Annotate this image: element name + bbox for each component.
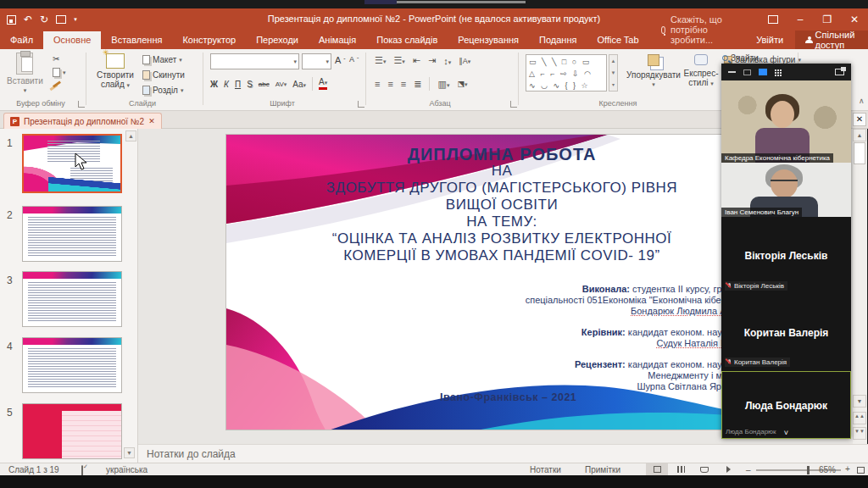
participant-name-tile[interactable]: Коритан Валерія Коритан Валерія — [721, 295, 851, 371]
clipboard-dialog-launcher[interactable] — [78, 101, 85, 108]
reset-button[interactable]: Скинути — [142, 70, 185, 80]
notes-pane[interactable]: Нотатки до слайда — [138, 444, 868, 463]
tab-insert[interactable]: Вставлення — [101, 31, 172, 49]
tab-file[interactable]: Файл — [0, 31, 43, 49]
tab-design[interactable]: Конструктор — [172, 31, 246, 49]
spellcheck-icon[interactable] — [81, 466, 83, 475]
font-dialog-launcher[interactable] — [358, 101, 364, 108]
zoom-slider-thumb[interactable] — [807, 466, 810, 474]
copy-button[interactable]: ▾ — [53, 68, 66, 77]
fit-slide-button[interactable] — [854, 464, 866, 476]
zoom-percent[interactable]: 65% — [819, 465, 836, 474]
grid-view-icon[interactable] — [775, 69, 776, 71]
thumbnail-slide-5[interactable] — [22, 403, 122, 459]
thumbnail-slide-4[interactable] — [22, 337, 122, 393]
numbering-button[interactable]: ☰▾ — [393, 55, 404, 66]
document-tab[interactable]: P Презентація до дипломної №2 ✕ — [3, 113, 162, 129]
shapes-row[interactable]: ▭ ╲ ╲ □ ○ ▭ — [529, 56, 604, 68]
shrink-font-button[interactable]: Аˇ — [349, 55, 359, 64]
vertical-scrollbar[interactable]: ▲ ▼ ▲▲ ▼▼ — [853, 129, 867, 444]
bold-button[interactable]: Ж — [210, 80, 218, 89]
tab-animations[interactable]: Анімація — [309, 31, 366, 49]
line-spacing-button[interactable]: ↕▾ — [443, 56, 451, 66]
change-case-button[interactable]: Aa▾ — [292, 80, 306, 89]
increase-indent-button[interactable]: ⇥ — [428, 55, 436, 66]
shapes-gallery-scrollbar[interactable]: ▲ ▼ ▾ — [609, 54, 618, 92]
align-right-button[interactable]: ≡ — [401, 79, 406, 89]
italic-button[interactable]: К — [224, 80, 229, 89]
scroll-up-button[interactable]: ▲ — [853, 129, 866, 141]
tab-slideshow[interactable]: Показ слайдів — [366, 31, 448, 49]
section-button[interactable]: Розділ▾ — [142, 86, 183, 95]
slide-footer-text[interactable]: Івано-Франківськ – 2021 — [440, 391, 576, 403]
char-spacing-button[interactable]: AV▾ — [275, 80, 287, 88]
comments-toggle[interactable]: Примітки — [585, 465, 620, 474]
font-size-combo[interactable]: ▾ — [302, 53, 331, 69]
bullets-button[interactable]: ☰▾ — [375, 55, 386, 66]
participant-video-tile[interactable]: Кафедра Економічна кібернетика — [721, 80, 851, 163]
arrange-button[interactable]: Упорядкувати ▾ — [627, 54, 680, 89]
thumbnail-slide-2[interactable] — [22, 206, 122, 262]
tab-review[interactable]: Рецензування — [448, 31, 529, 49]
zoom-meeting-panel[interactable]: Кафедра Економічна кібернетика Іван Семе… — [721, 64, 851, 439]
columns-button[interactable]: ▥▾ — [437, 79, 449, 90]
zoom-panel-titlebar[interactable] — [721, 64, 851, 80]
shapes-row[interactable]: ∿ ◡ ∿ { } ☆ — [529, 80, 604, 92]
participant-name-tile-active[interactable]: Люда Бондарюк Люда Бондарюк ˅ — [721, 371, 851, 439]
find-button[interactable]: Знайти — [722, 53, 759, 63]
participant-name-tile[interactable]: Вікторія Леськів Вікторія Леськів — [721, 217, 851, 295]
strikethrough-button[interactable]: abc — [259, 80, 270, 88]
thumbnail-scroll-up[interactable]: ▲ — [125, 130, 136, 141]
quick-styles-button[interactable]: Експрес- стилі ▾ — [682, 54, 721, 88]
chevron-down-icon[interactable]: ˅ — [784, 429, 788, 437]
share-button[interactable]: Спільний доступ — [795, 30, 868, 49]
smartart-button[interactable]: ⬔▾ — [457, 80, 467, 88]
normal-view-button[interactable] — [646, 463, 668, 475]
font-color-button[interactable]: A▾ — [319, 78, 327, 90]
tell-me-box[interactable]: Скажіть, що потрібно зробити... — [649, 11, 745, 49]
text-direction-button[interactable]: ∥A▾ — [459, 57, 470, 65]
grow-font-button[interactable]: Аˆ — [335, 55, 346, 65]
layout-button[interactable]: Макет▾ — [142, 55, 182, 64]
restore-button[interactable]: ❐ — [814, 8, 841, 30]
shapes-row[interactable]: △ ⌐ ⌐ ⇨ ⇩ ◠ — [529, 68, 604, 80]
reading-view-button[interactable] — [693, 463, 715, 475]
justify-button[interactable]: ≣ — [414, 79, 421, 90]
tab-view[interactable]: Подання — [529, 31, 587, 49]
tab-office-tab[interactable]: Office Tab — [587, 31, 648, 49]
text-shadow-button[interactable]: S — [247, 80, 253, 89]
pane-close-button[interactable]: ✕ — [853, 113, 866, 126]
align-center-button[interactable]: ≡ — [387, 79, 392, 89]
language-indicator[interactable]: українська — [106, 465, 147, 474]
thumbnail-scroll-down[interactable]: ▼ — [124, 447, 135, 458]
shapes-gallery[interactable]: ▭ ╲ ╲ □ ○ ▭ △ ⌐ ⌐ ⇨ ⇩ ◠ ∿ ◡ ∿ { } ☆ ▲ ▼ … — [526, 54, 607, 92]
thumbnail-slide-1[interactable] — [22, 134, 122, 193]
scrollbar-thumb[interactable] — [854, 142, 865, 164]
underline-button[interactable]: П — [235, 80, 241, 89]
close-button[interactable]: ✕ — [841, 8, 868, 30]
sign-in-button[interactable]: Увійти — [744, 35, 795, 45]
new-slide-button[interactable]: Створити слайд ▾ — [93, 53, 137, 90]
thumbnail-slide-3[interactable] — [22, 271, 122, 327]
minimize-button[interactable]: – — [787, 8, 814, 30]
previous-slide-button[interactable]: ▲▲ — [853, 412, 866, 424]
document-tab-close-icon[interactable]: ✕ — [148, 117, 155, 125]
collapse-ribbon-icon[interactable]: ∧ — [859, 97, 865, 105]
align-left-button[interactable]: ≡ — [375, 79, 380, 89]
minimize-icon[interactable] — [728, 71, 736, 73]
slide-title-block[interactable]: ДИПЛОМНА РОБОТА НА ЗДОБУТТЯ ДРУГОГО (МАГ… — [235, 146, 769, 264]
slideshow-view-button[interactable] — [717, 463, 739, 475]
zoom-in-button[interactable]: + — [845, 464, 850, 474]
tab-home[interactable]: Основне — [43, 31, 101, 49]
zoom-out-button[interactable]: – — [746, 465, 751, 474]
ribbon-display-options-button[interactable] — [760, 8, 787, 30]
tab-transitions[interactable]: Переходи — [246, 31, 309, 49]
slide-body-block[interactable]: Виконала: студентка ІІ курсу, групи спец… — [225, 284, 737, 392]
speaker-view-icon[interactable] — [743, 69, 751, 75]
paste-button[interactable]: Вставити ▾ — [7, 53, 43, 95]
thumbnail-scrollbar[interactable]: ▲ — [125, 130, 136, 452]
gallery-view-icon[interactable] — [759, 69, 767, 75]
notes-toggle[interactable]: Нотатки — [530, 465, 561, 474]
slide-sorter-view-button[interactable] — [670, 463, 692, 475]
layout-popout-icon[interactable] — [835, 69, 844, 75]
